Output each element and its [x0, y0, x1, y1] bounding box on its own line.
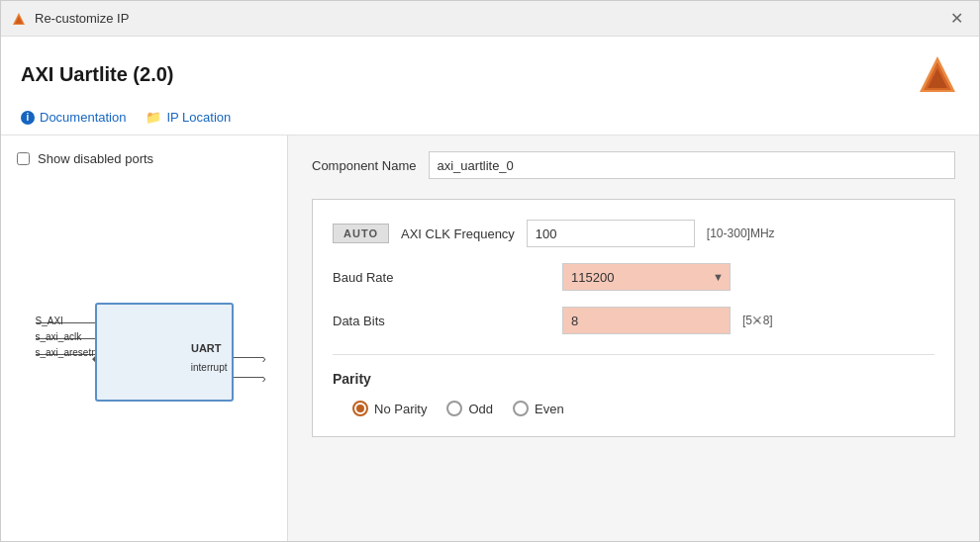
info-icon: i: [21, 111, 35, 125]
baud-rate-label: Baud Rate: [333, 270, 550, 285]
vivado-title-icon: [11, 11, 27, 27]
data-bits-input[interactable]: [563, 314, 745, 328]
wire-uart: [234, 357, 263, 358]
parity-no-parity-option[interactable]: No Parity: [352, 401, 427, 416]
block-diagram: + + ◆ S_AXI s_axi_aclk s_axi_aresetn UAR…: [36, 303, 253, 402]
parity-odd-label: Odd: [468, 402, 493, 416]
parity-no-parity-radio[interactable]: [352, 401, 368, 416]
parity-title: Parity: [333, 371, 934, 387]
data-bits-row: Data Bits ✕ [5 - 8]: [333, 307, 934, 334]
parity-options: No Parity Odd Even: [333, 401, 934, 416]
interrupt-arrow: ›: [262, 371, 266, 386]
show-disabled-ports-row: Show disabled ports: [17, 151, 271, 166]
interrupt-label: interrupt: [191, 362, 228, 373]
parity-even-radio[interactable]: [513, 401, 529, 416]
app-title-row: AXI Uartlite (2.0): [21, 52, 959, 96]
baud-rate-row: Baud Rate 115200 300 1200 2400 4800 9600…: [333, 263, 934, 291]
title-bar: Re-customize IP ✕: [1, 1, 979, 37]
title-bar-left: Re-customize IP: [11, 11, 129, 27]
ip-location-label: IP Location: [166, 110, 231, 125]
component-name-row: Component Name: [312, 151, 955, 179]
folder-icon: 📁: [146, 110, 161, 125]
clk-frequency-row: AUTO AXI CLK Frequency [10-300]MHz: [333, 220, 934, 247]
parity-no-parity-radio-inner: [356, 405, 364, 412]
parity-even-label: Even: [535, 402, 564, 416]
ip-location-link[interactable]: 📁 IP Location: [146, 110, 231, 125]
documentation-link[interactable]: i Documentation: [21, 110, 126, 125]
component-name-input[interactable]: [429, 151, 956, 179]
parity-odd-radio[interactable]: [446, 401, 462, 416]
clk-range: [10-300]MHz: [707, 226, 775, 240]
parity-even-option[interactable]: Even: [513, 401, 564, 416]
show-disabled-ports-checkbox[interactable]: [17, 152, 30, 165]
right-arrow: ›: [262, 351, 266, 366]
nav-links: i Documentation 📁 IP Location: [21, 110, 959, 125]
data-bits-label: Data Bits: [333, 314, 550, 328]
settings-panel: AUTO AXI CLK Frequency [10-300]MHz Baud …: [312, 199, 955, 437]
content-area: Show disabled ports + + ◆ S_AXI s_axi_ac…: [1, 136, 979, 541]
vivado-logo: [916, 52, 959, 96]
wire-interrupt: [234, 377, 263, 378]
header-section: AXI Uartlite (2.0) i Documentation 📁 IP …: [1, 37, 979, 136]
baud-rate-select[interactable]: 115200 300 1200 2400 4800 9600 19200 384…: [563, 270, 707, 285]
clk-label: AXI CLK Frequency: [401, 226, 515, 241]
component-name-label: Component Name: [312, 158, 417, 173]
data-bits-input-wrapper: ✕: [562, 307, 731, 334]
component-diagram: + + ◆ S_AXI s_axi_aclk s_axi_aresetn UAR…: [17, 178, 271, 525]
auto-badge: AUTO: [333, 224, 389, 243]
left-panel: Show disabled ports + + ◆ S_AXI s_axi_ac…: [1, 136, 288, 541]
app-title-text: AXI Uartlite (2.0): [21, 63, 173, 86]
close-button[interactable]: ✕: [944, 9, 969, 29]
main-window: Re-customize IP ✕ AXI Uartlite (2.0) i D…: [0, 0, 980, 542]
show-disabled-ports-label: Show disabled ports: [38, 151, 153, 166]
data-bits-range: [5 - 8]: [742, 314, 773, 327]
clk-frequency-input[interactable]: [527, 220, 695, 247]
uart-label: UART: [191, 342, 222, 354]
parity-no-parity-label: No Parity: [374, 402, 427, 416]
main-block: UART interrupt: [95, 303, 234, 402]
baud-rate-select-wrapper: 115200 300 1200 2400 4800 9600 19200 384…: [562, 263, 731, 291]
baud-dropdown-arrow: ▼: [707, 271, 730, 283]
s-axi-label: S_AXI: [36, 316, 63, 326]
window-title: Re-customize IP: [35, 11, 129, 26]
parity-section: Parity No Parity Odd: [333, 354, 934, 416]
s-axi-aresetn-label: s_axi_aresetn: [36, 347, 97, 358]
parity-odd-option[interactable]: Odd: [446, 401, 493, 416]
right-panel: Component Name AUTO AXI CLK Frequency [1…: [288, 136, 979, 541]
documentation-label: Documentation: [40, 110, 126, 125]
s-axi-aclk-label: s_axi_aclk: [36, 331, 82, 342]
